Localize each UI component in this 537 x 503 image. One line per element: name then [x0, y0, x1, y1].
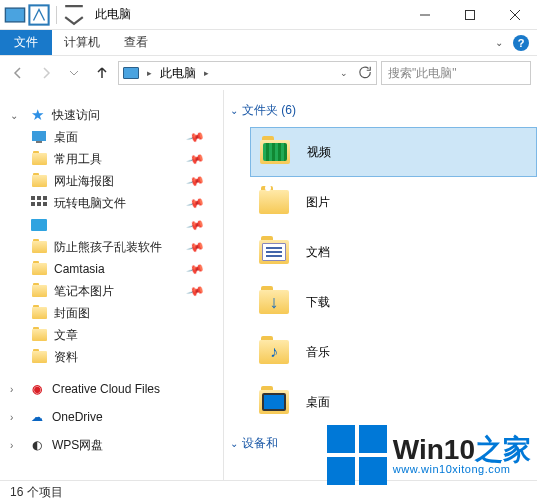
chevron-right-icon[interactable]: ▸: [200, 68, 213, 78]
tree-item-label: 桌面: [54, 129, 78, 146]
svg-rect-3: [465, 10, 474, 19]
folder-label: 桌面: [306, 394, 330, 411]
folder-item-pictures[interactable]: 图片: [250, 177, 537, 227]
breadcrumb[interactable]: 此电脑: [160, 65, 196, 82]
svg-rect-11: [31, 202, 35, 206]
qat-dropdown[interactable]: [63, 4, 85, 26]
group-label: 文件夹 (6): [242, 102, 296, 119]
tree-item-label: 文章: [54, 327, 78, 344]
cloud-icon: ☁: [28, 408, 46, 426]
refresh-button[interactable]: [358, 65, 372, 82]
tree-item-label: 防止熊孩子乱装软件: [54, 239, 162, 256]
svg-rect-12: [37, 202, 41, 206]
svg-rect-7: [36, 141, 42, 143]
quick-access-label: 快速访问: [52, 107, 100, 124]
creative-cloud-icon: ◉: [28, 380, 46, 398]
tab-view[interactable]: 查看: [112, 30, 160, 55]
pc-icon: [123, 65, 139, 81]
pin-icon: 📌: [186, 171, 206, 191]
pin-icon: 📌: [186, 259, 206, 279]
expand-icon[interactable]: ›: [10, 412, 22, 423]
window-title: 此电脑: [89, 6, 131, 23]
chevron-right-icon[interactable]: ▸: [143, 68, 156, 78]
status-bar: 16 个项目: [0, 480, 537, 503]
folder-item-music[interactable]: ♪音乐: [250, 327, 537, 377]
svg-rect-9: [37, 196, 41, 200]
wps-root[interactable]: ›◐WPS网盘: [0, 434, 223, 456]
minimize-button[interactable]: [402, 0, 447, 30]
folder-icon: [30, 150, 48, 168]
tree-item-label: 网址海报图: [54, 173, 114, 190]
ribbon: 文件 计算机 查看 ⌄ ?: [0, 30, 537, 56]
chevron-down-icon: ⌄: [230, 438, 238, 449]
tree-item-label: 玩转电脑文件: [54, 195, 126, 212]
photo-icon: [30, 216, 48, 234]
up-button[interactable]: [90, 61, 114, 85]
item-count: 16 个项目: [10, 484, 63, 501]
chevron-down-icon: ⌄: [230, 105, 238, 116]
tree-item-label: Camtasia: [54, 262, 105, 276]
pin-icon: 📌: [186, 237, 206, 257]
forward-button[interactable]: [34, 61, 58, 85]
address-dropdown[interactable]: ⌄: [334, 68, 354, 78]
folder-icon: [30, 260, 48, 278]
tree-item-label: Creative Cloud Files: [52, 382, 160, 396]
folder-icon: [30, 238, 48, 256]
pin-icon: 📌: [186, 149, 206, 169]
desktop-icon: [30, 128, 48, 146]
recent-dropdown[interactable]: [62, 61, 86, 85]
tree-item[interactable]: 常用工具📌: [0, 148, 223, 170]
folder-item-documents[interactable]: 文档: [250, 227, 537, 277]
tree-item-label: 笔记本图片: [54, 283, 114, 300]
app-icon[interactable]: [4, 4, 26, 26]
folder-icon: [30, 282, 48, 300]
svg-rect-13: [43, 202, 47, 206]
expand-icon[interactable]: ›: [10, 440, 22, 451]
tree-item-label: 资料: [54, 349, 78, 366]
quick-access-root[interactable]: ⌄ ★ 快速访问: [0, 104, 223, 126]
wps-icon: ◐: [28, 436, 46, 454]
grid-icon: [30, 194, 48, 212]
tree-item[interactable]: 桌面📌: [0, 126, 223, 148]
folder-label: 视频: [307, 144, 331, 161]
folder-icon: [30, 348, 48, 366]
quick-access-toolbar: [0, 4, 89, 26]
qat-properties[interactable]: [28, 4, 50, 26]
search-input[interactable]: 搜索"此电脑": [381, 61, 531, 85]
back-button[interactable]: [6, 61, 30, 85]
tree-item[interactable]: 笔记本图片📌: [0, 280, 223, 302]
tree-item[interactable]: 防止熊孩子乱装软件📌: [0, 236, 223, 258]
tree-item[interactable]: 文章: [0, 324, 223, 346]
tree-item[interactable]: 📌: [0, 214, 223, 236]
tree-item[interactable]: 玩转电脑文件📌: [0, 192, 223, 214]
folder-item-downloads[interactable]: ↓下载: [250, 277, 537, 327]
folder-label: 下载: [306, 294, 330, 311]
expand-icon[interactable]: ›: [10, 384, 22, 395]
folder-item-videos[interactable]: 视频: [250, 127, 537, 177]
collapse-icon[interactable]: ⌄: [10, 110, 22, 121]
pin-icon: 📌: [186, 281, 206, 301]
group-header-folders[interactable]: ⌄ 文件夹 (6): [230, 98, 537, 127]
close-button[interactable]: [492, 0, 537, 30]
creative-cloud-root[interactable]: ›◉Creative Cloud Files: [0, 378, 223, 400]
pin-icon: 📌: [186, 215, 206, 235]
folder-icon: [30, 172, 48, 190]
tree-item[interactable]: 网址海报图📌: [0, 170, 223, 192]
star-icon: ★: [28, 106, 46, 124]
help-button[interactable]: ?: [513, 35, 529, 51]
tree-item[interactable]: 资料: [0, 346, 223, 368]
tree-item[interactable]: 封面图: [0, 302, 223, 324]
tab-computer[interactable]: 计算机: [52, 30, 112, 55]
address-bar[interactable]: ▸ 此电脑 ▸ ⌄: [118, 61, 377, 85]
tree-item-label: WPS网盘: [52, 437, 103, 454]
folder-item-desktop[interactable]: 桌面: [250, 377, 537, 427]
file-tab[interactable]: 文件: [0, 30, 52, 55]
tree-item[interactable]: Camtasia📌: [0, 258, 223, 280]
folder-label: 图片: [306, 194, 330, 211]
folder-list: 视频 图片 文档 ↓下载 ♪音乐 桌面: [230, 127, 537, 427]
onedrive-root[interactable]: ›☁OneDrive: [0, 406, 223, 428]
maximize-button[interactable]: [447, 0, 492, 30]
ribbon-expand-icon[interactable]: ⌄: [495, 37, 503, 48]
svg-rect-6: [32, 131, 46, 141]
group-header-devices[interactable]: ⌄ 设备和: [230, 431, 537, 460]
